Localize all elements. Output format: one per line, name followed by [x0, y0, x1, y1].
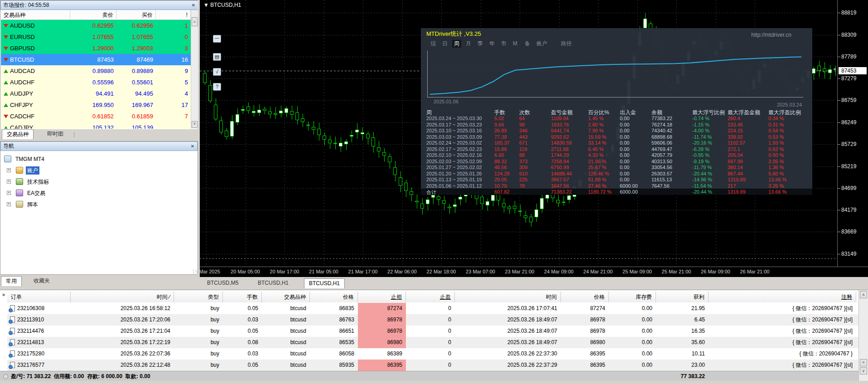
stats-deposit: 0.00 [620, 171, 629, 176]
stats-count: 98 [519, 122, 525, 127]
market-watch-scrollbar[interactable]: ≡ ∨ [191, 10, 198, 129]
chart-tab[interactable]: BTCUSD,M5 [203, 278, 243, 288]
table-row[interactable]: 2321063082025.03.26 16:58:12buy0.05btcus… [7, 303, 858, 314]
market-watch-row[interactable]: AUDJPY94.49194.4954 [1, 88, 191, 99]
order-swap: 0.00 [609, 314, 656, 326]
table-row[interactable]: 2321752802025.03.26 22:07:36buy0.03btcus… [7, 348, 858, 360]
candle [377, 147, 381, 151]
stats-menu-周[interactable]: 周 [452, 40, 461, 48]
order-swap: 0.00 [609, 348, 656, 360]
tab-常用[interactable]: 常用 [1, 276, 22, 286]
table-row[interactable]: 2321139102025.03.26 17:20:06buy0.03btcus… [7, 314, 858, 326]
collapse-button[interactable]: 一 [213, 35, 221, 43]
tab-交易品种[interactable]: 交易品种 [2, 129, 34, 139]
bid-price: 0.61852 [70, 111, 114, 122]
market-watch-column-header[interactable]: 买价 [116, 10, 156, 20]
market-watch-row[interactable]: EURUSD1.076551.076550 [1, 31, 191, 43]
terminal-column-header[interactable]: 时间 ∕ [71, 292, 174, 302]
table-row[interactable]: 2321148132025.03.26 17:22:19buy0.08btcus… [7, 337, 858, 348]
close-icon[interactable]: ✕ [189, 143, 196, 150]
navigator-titlebar[interactable]: 导航 ✕ [0, 141, 198, 151]
terminal-column-header[interactable]: 止损 [358, 292, 406, 302]
stats-max_fp: 217 [728, 183, 736, 189]
market-watch-column-header[interactable]: 交易品种 [1, 10, 70, 20]
table-row[interactable]: 2321144762025.03.26 17:21:04buy0.05btcus… [7, 326, 858, 337]
market-watch-row[interactable]: CADCHF0.618520.618597 [1, 111, 191, 122]
market-watch-titlebar[interactable]: 市场报价: 04:55:58 ✕ [0, 0, 198, 10]
market-watch-column-header[interactable]: 卖价 [70, 10, 116, 20]
stats-url-link[interactable]: http://mtdriver.cn [751, 32, 791, 38]
scrollbar-thumb[interactable]: ≡ [860, 359, 867, 366]
stats-max_fp_pct: 0.62 % [768, 146, 784, 152]
order-close_time: 2025.03.26 17:07:41 [455, 303, 561, 314]
tab-收藏夹[interactable]: 收藏夹 [29, 276, 54, 286]
terminal-column-header[interactable]: 价格 [310, 292, 358, 302]
terminal-column-header[interactable]: 交易品种 [262, 292, 310, 302]
order-lots: 0.05 [223, 303, 262, 314]
stats-menu-账户[interactable]: 账户 [535, 40, 549, 48]
terminal-column-header[interactable]: 止盈 [406, 292, 455, 302]
stats-count: 373 [519, 159, 527, 164]
stats-menu-月[interactable]: 月 [464, 40, 473, 48]
terminal-column-header[interactable]: 库存费 [609, 292, 656, 302]
stats-menu-季[interactable]: 季 [476, 40, 485, 48]
market-watch-row[interactable]: AUDUSD0.629550.629561 [1, 20, 191, 31]
sidebar-item-label: 账户 [26, 166, 39, 175]
chart-tab[interactable]: BTCUSD,H1 [304, 278, 345, 288]
order-tp: 0 [406, 314, 455, 326]
expander-plus-icon[interactable]: + [7, 202, 11, 206]
close-icon[interactable]: ✕ [190, 2, 197, 9]
stats-menu-综[interactable]: 综 [429, 40, 438, 48]
order-profit: 6.45 [656, 314, 709, 326]
close-icon[interactable]: ✕ [2, 292, 5, 297]
tab-即时图[interactable]: 即时图 [43, 129, 68, 139]
stats-profit: 5441.74 [551, 128, 569, 133]
market-watch-row[interactable]: AUDCHF0.555960.556015 [1, 77, 191, 88]
stats-menu-备[interactable]: 备 [523, 40, 532, 48]
bid-price: 105.132 [70, 122, 114, 129]
stats-menu-path[interactable]: 路径 [559, 40, 574, 48]
stats-menu-日[interactable]: 日 [440, 40, 449, 48]
table-row[interactable]: 2321765772025.03.26 22:12:48buy0.05btcus… [7, 360, 858, 371]
market-watch-row[interactable]: CHFJPY169.950169.96717 [1, 99, 191, 111]
stats-max_fp_pct: 3.26 % [768, 183, 784, 189]
market-watch-row[interactable]: CADJPY105.132105.139 [1, 122, 191, 129]
scroll-down-icon[interactable]: ∨ [192, 121, 198, 128]
stats-profit: 14688.44 [551, 171, 572, 176]
candle [480, 197, 484, 204]
terminal-column-header[interactable]: 手数 [223, 292, 262, 302]
expander-plus-icon[interactable]: + [7, 180, 11, 184]
time-axis-label: 20 Mar 17:00 [270, 269, 299, 274]
chart-button[interactable]: ▤ [213, 53, 221, 61]
check-button[interactable]: √ [213, 68, 221, 76]
terminal-column-header[interactable]: 价格 [561, 292, 609, 302]
order-symbol: btcusd [262, 360, 310, 371]
chart-tab[interactable]: BTCUSD,H1 [253, 278, 293, 288]
gridline [200, 13, 836, 13]
terminal-column-header[interactable]: 类型 [174, 292, 223, 302]
candle [834, 68, 836, 69]
terminal-column-header[interactable]: 时间 [455, 292, 561, 302]
help-button[interactable]: ? [213, 83, 221, 91]
market-watch-row[interactable]: GBPUSD1.290001.290033 [1, 43, 191, 54]
arrow-down-icon [4, 24, 8, 28]
terminal-column-header[interactable]: 注释 [709, 292, 856, 302]
stats-menu-市[interactable]: 市 [499, 40, 508, 48]
scroll-down-icon[interactable]: ∨ [860, 367, 867, 374]
stats-period: 2025.03.17 ~ 2025.03.23 [426, 122, 482, 127]
market-watch-row[interactable]: AUDCAD0.898800.898899 [1, 65, 191, 77]
navigator-tree: TMGM MT4+账户+技术指标+EA交易+脚本 [0, 151, 198, 273]
terminal-column-header[interactable]: 获利 [656, 292, 709, 302]
scroll-up-icon[interactable]: ∧ [860, 291, 867, 298]
terminal-column-header[interactable]: 订单 [7, 292, 71, 302]
terminal-scrollbar[interactable]: ∧ ≡ ∨ [858, 290, 868, 381]
scrollbar-thumb[interactable]: ≡ [192, 17, 198, 26]
bid-price: 0.62955 [70, 20, 114, 31]
market-watch-column-header[interactable]: ! [156, 10, 191, 20]
symbol-name: CHFJPY [10, 99, 69, 111]
expander-plus-icon[interactable]: + [7, 168, 11, 172]
stats-menu-年[interactable]: 年 [487, 40, 497, 48]
expander-plus-icon[interactable]: + [7, 191, 11, 195]
market-watch-row[interactable]: BTCUSD874538746916 [1, 54, 191, 65]
stats-menu-M[interactable]: M [511, 40, 519, 48]
